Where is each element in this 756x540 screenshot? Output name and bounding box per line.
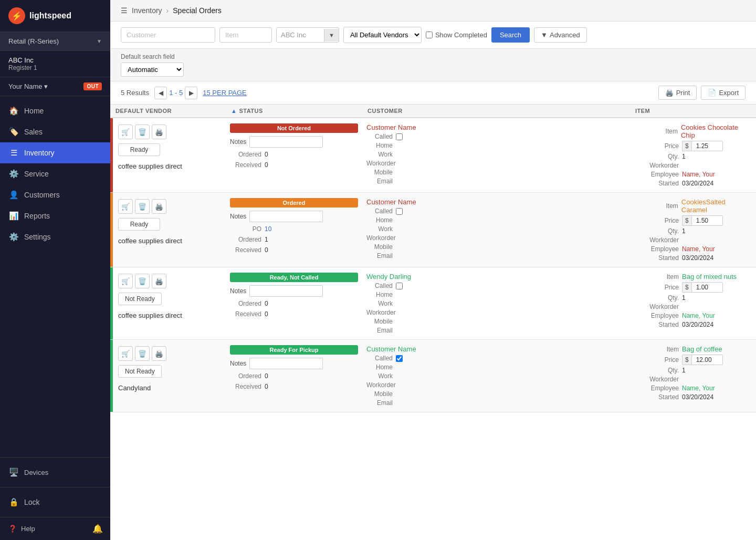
- row1-item-name[interactable]: Cookies Chocolate Chip: [681, 123, 752, 139]
- vendor-input[interactable]: [277, 28, 324, 42]
- export-button[interactable]: 📄 Export: [701, 86, 746, 100]
- row1-delete-button[interactable]: 🗑️: [135, 124, 150, 139]
- row1-item-header: Item Cookies Chocolate Chip: [645, 123, 752, 139]
- row3-customer-col: Wendy Darling Called Home Work Workorder…: [362, 267, 640, 339]
- sidebar-item-settings[interactable]: ⚙️ Settings: [0, 226, 110, 247]
- row2-delete-button[interactable]: 🗑️: [135, 199, 150, 214]
- row2-actions-col: 🛒 🗑️ 🖨️ Ready coffee supplies direct: [110, 193, 226, 267]
- row2-status-badge: Ordered: [230, 198, 358, 207]
- row3-customer-name[interactable]: Wendy Darling: [366, 273, 636, 281]
- sidebar-item-sales[interactable]: 🏷️ Sales: [0, 121, 110, 142]
- row2-employee-name[interactable]: Name, Your: [682, 245, 715, 253]
- sidebar-item-devices[interactable]: 🖥️ Devices: [0, 462, 110, 483]
- per-page-selector[interactable]: 15 PER PAGE: [203, 89, 247, 97]
- row1-cart-button[interactable]: 🛒: [118, 124, 133, 139]
- row4-item-name[interactable]: Bag of coffee: [682, 345, 722, 353]
- row1-called-checkbox[interactable]: [396, 133, 403, 140]
- store-selector-label: Retail (R-Series): [8, 37, 59, 45]
- row2-customer-col: Customer Name Called Home Work Workorder…: [362, 193, 640, 267]
- row1-employee-label: Employee: [645, 171, 679, 178]
- row3-started-row: Started 03/20/2024: [645, 321, 752, 328]
- sidebar-item-service[interactable]: ⚙️ Service: [0, 163, 110, 184]
- row2-cart-button[interactable]: 🛒: [118, 199, 133, 214]
- row1-notes-row: Notes: [230, 136, 358, 148]
- row4-notes-input[interactable]: [249, 358, 323, 369]
- help-icon: ❓: [8, 525, 17, 533]
- sidebar-item-label: Inventory: [24, 149, 55, 157]
- item-input[interactable]: [219, 27, 272, 43]
- row3-work-row: Work: [366, 300, 636, 307]
- row4-cart-button[interactable]: 🛒: [118, 346, 133, 361]
- row4-delete-button[interactable]: 🗑️: [135, 346, 150, 361]
- sidebar-item-label: Home: [24, 107, 44, 115]
- advanced-button[interactable]: ▼ Advanced: [534, 27, 587, 43]
- breadcrumb-inventory[interactable]: Inventory: [132, 6, 162, 15]
- search-button[interactable]: Search: [491, 27, 530, 43]
- row4-print-button[interactable]: 🖨️: [152, 346, 166, 361]
- row3-delete-button[interactable]: 🗑️: [135, 274, 150, 288]
- row2-po-label: PO: [230, 225, 261, 233]
- row3-notes-row: Notes: [230, 285, 358, 297]
- print-button[interactable]: 🖨️ Print: [658, 86, 697, 100]
- row2-item-name[interactable]: CookiesSalted Caramel: [681, 198, 752, 214]
- register-label: Register 1: [8, 64, 102, 71]
- row1-action-buttons: 🛒 🗑️ 🖨️: [118, 124, 166, 139]
- row2-customer-name[interactable]: Customer Name: [366, 198, 636, 206]
- user-name[interactable]: Your Name ▾: [8, 82, 48, 90]
- row1-work-label: Work: [366, 151, 393, 158]
- row3-called-checkbox[interactable]: [396, 283, 403, 289]
- notification-bell-icon[interactable]: 🔔: [85, 517, 110, 540]
- sidebar-item-reports[interactable]: 📊 Reports: [0, 205, 110, 226]
- sidebar-item-customers[interactable]: 👤 Customers: [0, 184, 110, 205]
- row2-workorder-row: Workorder: [366, 234, 636, 242]
- vendor-dropdown-icon[interactable]: ▼: [324, 29, 339, 41]
- row2-print-button[interactable]: 🖨️: [152, 199, 166, 214]
- row1-customer-name[interactable]: Customer Name: [366, 123, 636, 131]
- row4-employee-name[interactable]: Name, Your: [682, 385, 715, 392]
- store-selector[interactable]: Retail (R-Series) ▼: [0, 32, 110, 51]
- default-vendors-select[interactable]: All Default Vendors: [343, 27, 422, 43]
- row4-customer-name[interactable]: Customer Name: [366, 345, 636, 353]
- row3-print-button[interactable]: 🖨️: [152, 274, 166, 288]
- row3-notes-input[interactable]: [249, 285, 323, 297]
- sidebar-item-label: Settings: [24, 233, 51, 241]
- show-completed-checkbox[interactable]: [426, 32, 433, 38]
- search-field-select[interactable]: Automatic: [121, 63, 184, 77]
- export-icon: 📄: [708, 89, 716, 97]
- devices-icon: 🖥️: [8, 468, 19, 477]
- row2-notes-input[interactable]: [249, 211, 323, 222]
- row1-started-label: Started: [645, 180, 679, 187]
- row3-workorder-row: Workorder: [366, 309, 636, 316]
- home-icon: 🏠: [8, 106, 19, 116]
- row1-notes-input[interactable]: [249, 136, 323, 148]
- row3-item-name[interactable]: Bag of mixed nuts: [682, 273, 737, 281]
- sidebar-bottom: 🖥️ Devices: [0, 457, 110, 487]
- row2-ordered-row: Ordered 1: [230, 236, 358, 243]
- sidebar-item-inventory[interactable]: ☰ Inventory: [0, 142, 110, 163]
- row1-employee-name[interactable]: Name, Your: [682, 171, 715, 178]
- sidebar-item-home[interactable]: 🏠 Home: [0, 100, 110, 121]
- row1-received-row: Received 0: [230, 161, 358, 169]
- prev-page-button[interactable]: ◀: [154, 87, 167, 99]
- row1-customer-col: Customer Name Called Home Work Workorder: [362, 118, 640, 192]
- row2-work-row: Work: [366, 225, 636, 233]
- row1-workorder-label: Workorder: [366, 160, 393, 167]
- row4-ready-button[interactable]: Not Ready: [118, 365, 162, 378]
- row2-price-row: Price $ 1.50: [645, 215, 752, 226]
- row3-employee-name[interactable]: Name, Your: [682, 312, 715, 319]
- row4-called-checkbox[interactable]: [396, 355, 403, 362]
- row1-received-label: Received: [230, 161, 261, 169]
- row2-ready-button[interactable]: Ready: [118, 218, 160, 231]
- next-page-button[interactable]: ▶: [185, 87, 197, 99]
- row2-called-checkbox[interactable]: [396, 208, 403, 215]
- row1-ready-button[interactable]: Ready: [118, 143, 160, 156]
- row2-received-row: Received 0: [230, 246, 358, 254]
- row1-print-button[interactable]: 🖨️: [152, 124, 166, 139]
- customer-input[interactable]: [121, 27, 215, 43]
- row3-called-row: Called: [366, 282, 636, 289]
- row3-cart-button[interactable]: 🛒: [118, 274, 133, 288]
- lock-button[interactable]: 🔒 Lock: [0, 492, 110, 513]
- help-button[interactable]: ❓ Help: [0, 517, 85, 540]
- row3-ready-button[interactable]: Not Ready: [118, 293, 162, 305]
- row2-item-header: Item CookiesSalted Caramel: [645, 198, 752, 214]
